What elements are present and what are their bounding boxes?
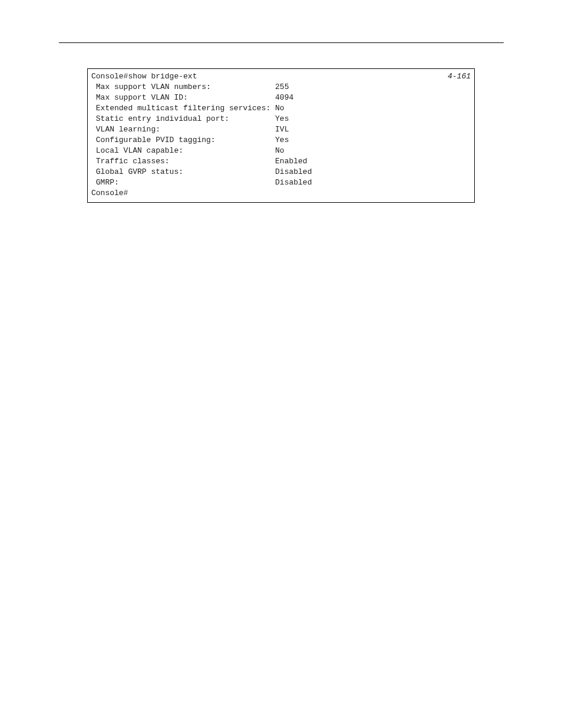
console-row: GMRP: Disabled	[91, 177, 471, 188]
row-label: Extended multicast filtering services:	[91, 103, 275, 114]
console-output-box: 4-161 Console#show bridge-ext Max suppor…	[87, 68, 475, 203]
row-label: Max support VLAN numbers:	[91, 82, 275, 93]
row-label: Traffic classes:	[91, 156, 275, 167]
row-label: Max support VLAN ID:	[91, 93, 275, 103]
row-value: Yes	[275, 114, 289, 124]
console-row: Max support VLAN numbers: 255	[91, 82, 471, 93]
console-row: Local VLAN capable: No	[91, 146, 471, 156]
row-label: Static entry individual port:	[91, 114, 275, 124]
console-row: Extended multicast filtering services: N…	[91, 103, 471, 114]
row-value: 4094	[275, 93, 293, 103]
row-label: GMRP:	[91, 177, 275, 188]
row-value: Yes	[275, 135, 289, 146]
page-top-rule	[59, 42, 504, 43]
row-value: Enabled	[275, 156, 308, 167]
row-value: 255	[275, 82, 289, 93]
console-row: VLAN learning: IVL	[91, 124, 471, 135]
console-row: Traffic classes: Enabled	[91, 156, 471, 167]
console-row: Configurable PVID tagging: Yes	[91, 135, 471, 146]
row-value: No	[275, 103, 285, 114]
console-row: Static entry individual port: Yes	[91, 114, 471, 124]
page-reference: 4-161	[448, 71, 471, 82]
row-label: Configurable PVID tagging:	[91, 135, 275, 146]
console-row: Max support VLAN ID: 4094	[91, 93, 471, 103]
row-value: No	[275, 146, 285, 156]
console-prompt-end: Console#	[91, 188, 471, 199]
row-label: Local VLAN capable:	[91, 146, 275, 156]
row-value: Disabled	[275, 177, 312, 188]
row-label: Global GVRP status:	[91, 167, 275, 177]
console-prompt-start: Console#show bridge-ext	[91, 71, 471, 82]
row-value: IVL	[275, 124, 289, 135]
row-label: VLAN learning:	[91, 124, 275, 135]
console-row: Global GVRP status: Disabled	[91, 167, 471, 177]
row-value: Disabled	[275, 167, 312, 177]
